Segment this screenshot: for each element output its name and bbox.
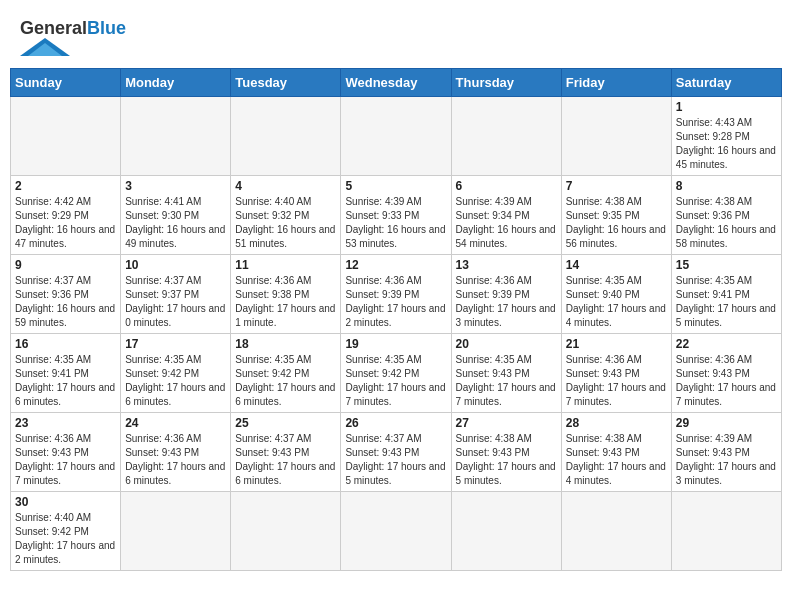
day-info: Sunrise: 4:36 AMSunset: 9:43 PMDaylight:… <box>125 432 226 488</box>
day-number: 12 <box>345 258 446 272</box>
day-number: 15 <box>676 258 777 272</box>
day-info: Sunrise: 4:37 AMSunset: 9:43 PMDaylight:… <box>235 432 336 488</box>
day-number: 3 <box>125 179 226 193</box>
day-cell: 15Sunrise: 4:35 AMSunset: 9:41 PMDayligh… <box>671 254 781 333</box>
day-number: 6 <box>456 179 557 193</box>
logo-general: General <box>20 18 87 38</box>
day-info: Sunrise: 4:36 AMSunset: 9:39 PMDaylight:… <box>345 274 446 330</box>
day-header-sunday: Sunday <box>11 68 121 96</box>
day-cell <box>121 491 231 570</box>
day-number: 13 <box>456 258 557 272</box>
header: GeneralBlue <box>10 10 782 64</box>
day-number: 22 <box>676 337 777 351</box>
day-cell: 26Sunrise: 4:37 AMSunset: 9:43 PMDayligh… <box>341 412 451 491</box>
day-header-thursday: Thursday <box>451 68 561 96</box>
week-row-5: 23Sunrise: 4:36 AMSunset: 9:43 PMDayligh… <box>11 412 782 491</box>
day-cell: 11Sunrise: 4:36 AMSunset: 9:38 PMDayligh… <box>231 254 341 333</box>
day-info: Sunrise: 4:38 AMSunset: 9:43 PMDaylight:… <box>456 432 557 488</box>
day-cell: 4Sunrise: 4:40 AMSunset: 9:32 PMDaylight… <box>231 175 341 254</box>
day-cell: 14Sunrise: 4:35 AMSunset: 9:40 PMDayligh… <box>561 254 671 333</box>
day-number: 28 <box>566 416 667 430</box>
day-cell: 30Sunrise: 4:40 AMSunset: 9:42 PMDayligh… <box>11 491 121 570</box>
day-info: Sunrise: 4:36 AMSunset: 9:43 PMDaylight:… <box>15 432 116 488</box>
day-info: Sunrise: 4:35 AMSunset: 9:41 PMDaylight:… <box>676 274 777 330</box>
day-cell: 25Sunrise: 4:37 AMSunset: 9:43 PMDayligh… <box>231 412 341 491</box>
day-number: 25 <box>235 416 336 430</box>
day-cell: 6Sunrise: 4:39 AMSunset: 9:34 PMDaylight… <box>451 175 561 254</box>
day-info: Sunrise: 4:38 AMSunset: 9:36 PMDaylight:… <box>676 195 777 251</box>
day-info: Sunrise: 4:36 AMSunset: 9:38 PMDaylight:… <box>235 274 336 330</box>
day-cell: 28Sunrise: 4:38 AMSunset: 9:43 PMDayligh… <box>561 412 671 491</box>
day-cell <box>671 491 781 570</box>
day-header-monday: Monday <box>121 68 231 96</box>
day-number: 17 <box>125 337 226 351</box>
day-number: 8 <box>676 179 777 193</box>
calendar-body: 1Sunrise: 4:43 AMSunset: 9:28 PMDaylight… <box>11 96 782 570</box>
logo-icon <box>20 38 70 56</box>
day-cell: 10Sunrise: 4:37 AMSunset: 9:37 PMDayligh… <box>121 254 231 333</box>
day-cell: 9Sunrise: 4:37 AMSunset: 9:36 PMDaylight… <box>11 254 121 333</box>
day-number: 9 <box>15 258 116 272</box>
day-number: 11 <box>235 258 336 272</box>
day-cell: 12Sunrise: 4:36 AMSunset: 9:39 PMDayligh… <box>341 254 451 333</box>
day-info: Sunrise: 4:37 AMSunset: 9:37 PMDaylight:… <box>125 274 226 330</box>
day-info: Sunrise: 4:42 AMSunset: 9:29 PMDaylight:… <box>15 195 116 251</box>
day-info: Sunrise: 4:38 AMSunset: 9:43 PMDaylight:… <box>566 432 667 488</box>
week-row-3: 9Sunrise: 4:37 AMSunset: 9:36 PMDaylight… <box>11 254 782 333</box>
day-number: 19 <box>345 337 446 351</box>
day-info: Sunrise: 4:39 AMSunset: 9:43 PMDaylight:… <box>676 432 777 488</box>
day-number: 20 <box>456 337 557 351</box>
day-info: Sunrise: 4:35 AMSunset: 9:40 PMDaylight:… <box>566 274 667 330</box>
day-cell: 5Sunrise: 4:39 AMSunset: 9:33 PMDaylight… <box>341 175 451 254</box>
day-cell <box>231 96 341 175</box>
day-cell: 19Sunrise: 4:35 AMSunset: 9:42 PMDayligh… <box>341 333 451 412</box>
day-number: 10 <box>125 258 226 272</box>
day-cell: 3Sunrise: 4:41 AMSunset: 9:30 PMDaylight… <box>121 175 231 254</box>
day-cell <box>561 96 671 175</box>
day-header-tuesday: Tuesday <box>231 68 341 96</box>
day-info: Sunrise: 4:41 AMSunset: 9:30 PMDaylight:… <box>125 195 226 251</box>
day-cell <box>451 96 561 175</box>
logo: GeneralBlue <box>20 18 126 60</box>
day-number: 4 <box>235 179 336 193</box>
day-header-friday: Friday <box>561 68 671 96</box>
day-number: 30 <box>15 495 116 509</box>
day-cell: 22Sunrise: 4:36 AMSunset: 9:43 PMDayligh… <box>671 333 781 412</box>
day-info: Sunrise: 4:36 AMSunset: 9:43 PMDaylight:… <box>566 353 667 409</box>
day-number: 24 <box>125 416 226 430</box>
day-cell <box>561 491 671 570</box>
calendar: SundayMondayTuesdayWednesdayThursdayFrid… <box>10 68 782 571</box>
day-cell: 8Sunrise: 4:38 AMSunset: 9:36 PMDaylight… <box>671 175 781 254</box>
day-number: 27 <box>456 416 557 430</box>
day-number: 16 <box>15 337 116 351</box>
day-cell <box>121 96 231 175</box>
day-info: Sunrise: 4:35 AMSunset: 9:41 PMDaylight:… <box>15 353 116 409</box>
day-cell: 13Sunrise: 4:36 AMSunset: 9:39 PMDayligh… <box>451 254 561 333</box>
day-cell: 20Sunrise: 4:35 AMSunset: 9:43 PMDayligh… <box>451 333 561 412</box>
day-cell <box>341 96 451 175</box>
day-info: Sunrise: 4:43 AMSunset: 9:28 PMDaylight:… <box>676 116 777 172</box>
day-cell <box>11 96 121 175</box>
day-cell <box>231 491 341 570</box>
day-cell: 7Sunrise: 4:38 AMSunset: 9:35 PMDaylight… <box>561 175 671 254</box>
day-cell: 16Sunrise: 4:35 AMSunset: 9:41 PMDayligh… <box>11 333 121 412</box>
day-number: 2 <box>15 179 116 193</box>
day-cell <box>451 491 561 570</box>
day-info: Sunrise: 4:37 AMSunset: 9:36 PMDaylight:… <box>15 274 116 330</box>
day-info: Sunrise: 4:39 AMSunset: 9:34 PMDaylight:… <box>456 195 557 251</box>
day-cell: 21Sunrise: 4:36 AMSunset: 9:43 PMDayligh… <box>561 333 671 412</box>
day-info: Sunrise: 4:39 AMSunset: 9:33 PMDaylight:… <box>345 195 446 251</box>
day-number: 21 <box>566 337 667 351</box>
week-row-6: 30Sunrise: 4:40 AMSunset: 9:42 PMDayligh… <box>11 491 782 570</box>
day-cell: 23Sunrise: 4:36 AMSunset: 9:43 PMDayligh… <box>11 412 121 491</box>
day-info: Sunrise: 4:40 AMSunset: 9:32 PMDaylight:… <box>235 195 336 251</box>
day-info: Sunrise: 4:36 AMSunset: 9:43 PMDaylight:… <box>676 353 777 409</box>
day-cell <box>341 491 451 570</box>
week-row-1: 1Sunrise: 4:43 AMSunset: 9:28 PMDaylight… <box>11 96 782 175</box>
day-header-saturday: Saturday <box>671 68 781 96</box>
day-number: 18 <box>235 337 336 351</box>
day-cell: 18Sunrise: 4:35 AMSunset: 9:42 PMDayligh… <box>231 333 341 412</box>
day-header-wednesday: Wednesday <box>341 68 451 96</box>
day-cell: 1Sunrise: 4:43 AMSunset: 9:28 PMDaylight… <box>671 96 781 175</box>
week-row-4: 16Sunrise: 4:35 AMSunset: 9:41 PMDayligh… <box>11 333 782 412</box>
